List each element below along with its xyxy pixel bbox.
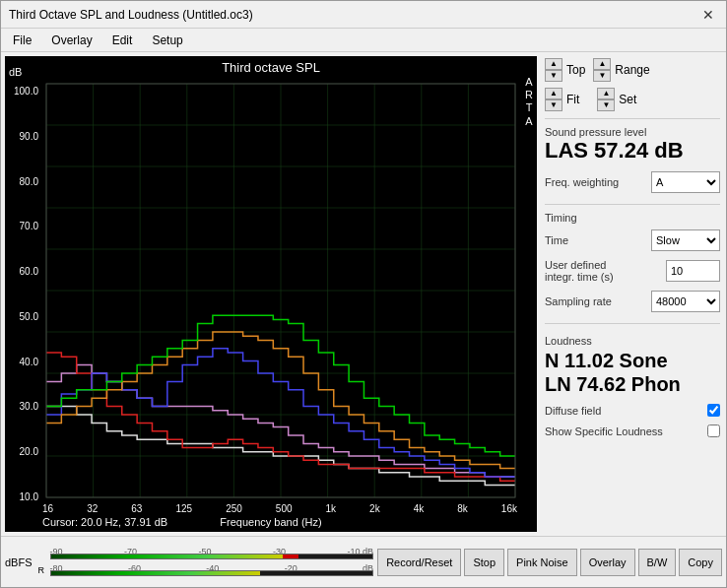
stop-button[interactable]: Stop — [464, 549, 504, 576]
range-spin-up[interactable]: ▲ — [593, 58, 611, 70]
record-reset-button[interactable]: Record/Reset — [377, 549, 461, 576]
range-spin-down[interactable]: ▼ — [593, 70, 611, 82]
timing-section-label: Timing — [545, 212, 720, 224]
bottom-bar: dBFS -90 -70 -50 -30 -10 dB — [1, 536, 726, 587]
freq-weighting-row: Freq. weighting A B C Z — [545, 171, 720, 193]
y-label-20: 20.0 — [9, 446, 38, 457]
x-axis: 16 32 63 125 250 500 1k 2k 4k 8k 16k — [42, 503, 517, 514]
window-title: Third Octave SPL and Loudness (Untitled.… — [9, 8, 253, 22]
x-label-500: 500 — [276, 503, 293, 514]
x-label-16: 16 — [42, 503, 53, 514]
y-axis: 100.0 90.0 80.0 70.0 60.0 50.0 40.0 30.0… — [9, 86, 38, 502]
top-spin-group: ▲ ▼ Top — [545, 58, 587, 82]
freq-weighting-label: Freq. weighting — [545, 176, 651, 188]
menu-bar: File Overlay Edit Setup — [1, 29, 726, 52]
x-label-8k: 8k — [457, 503, 468, 514]
divider-1 — [545, 118, 720, 119]
spl-value: LAS 57.24 dB — [545, 138, 720, 163]
sampling-rate-row: Sampling rate 48000 44100 96000 — [545, 291, 720, 312]
meter-bar-r — [50, 570, 374, 576]
fit-spin-up[interactable]: ▲ — [545, 88, 562, 99]
x-label-1k: 1k — [326, 503, 337, 514]
overlay-button[interactable]: Overlay — [580, 549, 635, 576]
time-row: Time Slow Fast Impulse — [545, 229, 720, 251]
y-label-60: 60.0 — [9, 266, 38, 277]
meter-r-row: R -80 -60 -40 -20 dB — [38, 563, 374, 577]
y-label-30: 30.0 — [9, 401, 38, 412]
menu-overlay[interactable]: Overlay — [47, 33, 96, 48]
top-spin-down[interactable]: ▼ — [545, 70, 562, 82]
dbfs-label: dBFS — [5, 556, 33, 568]
top-range-controls: ▲ ▼ Top ▲ ▼ Range — [545, 58, 720, 82]
x-label-4k: 4k — [414, 503, 425, 514]
x-label-16k: 16k — [501, 503, 517, 514]
diffuse-field-row: Diffuse field — [545, 404, 720, 417]
sampling-rate-select[interactable]: 48000 44100 96000 — [651, 291, 720, 312]
range-spin-arrows: ▲ ▼ — [593, 58, 611, 82]
main-window: Third Octave SPL and Loudness (Untitled.… — [0, 0, 727, 588]
menu-setup[interactable]: Setup — [148, 33, 186, 48]
close-button[interactable]: ✕ — [698, 5, 718, 25]
y-label-10: 10.0 — [9, 491, 38, 502]
freq-band-label: Frequency band (Hz) — [5, 516, 537, 528]
level-meter-container: -90 -70 -50 -30 -10 dB R — [38, 547, 374, 577]
loudness-ln-value: LN 74.62 Phon — [545, 372, 720, 396]
set-label: Set — [619, 93, 636, 106]
channel-r-label: R — [38, 565, 48, 575]
range-label: Range — [615, 63, 649, 77]
main-content: Third octave SPL dB ARTA 100.0 90.0 80.0… — [1, 52, 726, 536]
y-label-80: 80.0 — [9, 176, 38, 187]
top-spin-arrows: ▲ ▼ — [545, 58, 562, 82]
meter-fill-l — [51, 555, 283, 558]
menu-file[interactable]: File — [9, 33, 35, 48]
time-label: Time — [545, 234, 651, 246]
bw-button[interactable]: B/W — [638, 549, 677, 576]
menu-edit[interactable]: Edit — [108, 33, 137, 48]
show-specific-loudness-row: Show Specific Loudness — [545, 425, 720, 437]
x-label-125: 125 — [175, 503, 192, 514]
x-label-63: 63 — [131, 503, 142, 514]
y-label-90: 90.0 — [9, 131, 38, 142]
top-label: Top — [566, 63, 585, 77]
user-integr-input[interactable] — [666, 260, 720, 282]
db-label: dB — [9, 66, 22, 78]
loudness-section-label: Loudness — [545, 335, 720, 347]
right-panel: ▲ ▼ Top ▲ ▼ Range ▲ ▼ — [539, 52, 726, 536]
pink-noise-button[interactable]: Pink Noise — [507, 549, 577, 576]
bottom-buttons: Record/Reset Stop Pink Noise Overlay B/W… — [377, 549, 722, 576]
divider-3 — [545, 323, 720, 324]
spl-section: Sound pressure level LAS 57.24 dB — [545, 126, 720, 163]
top-spin-up[interactable]: ▲ — [545, 58, 562, 70]
set-spin-down[interactable]: ▼ — [597, 99, 615, 111]
y-label-70: 70.0 — [9, 221, 38, 231]
meter-r-container: -80 -60 -40 -20 dB — [50, 563, 374, 577]
fit-set-controls: ▲ ▼ Fit ▲ ▼ Set — [545, 88, 720, 111]
user-integr-row: User definedintegr. time (s) — [545, 259, 720, 283]
y-label-100: 100.0 — [9, 86, 38, 97]
x-label-250: 250 — [226, 503, 242, 514]
x-label-32: 32 — [87, 503, 98, 514]
copy-button[interactable]: Copy — [679, 549, 722, 576]
show-specific-loudness-checkbox[interactable] — [707, 425, 720, 437]
meter-fill-r — [51, 571, 260, 575]
x-label-2k: 2k — [369, 503, 380, 514]
fit-spin-down[interactable]: ▼ — [545, 99, 562, 111]
y-label-40: 40.0 — [9, 357, 38, 367]
diffuse-field-checkbox[interactable] — [707, 404, 720, 417]
diffuse-field-label: Diffuse field — [545, 405, 703, 417]
set-spin-group: ▲ ▼ Set — [597, 88, 638, 111]
time-select[interactable]: Slow Fast Impulse — [651, 229, 720, 251]
set-spin-arrows: ▲ ▼ — [597, 88, 615, 111]
meter-l-container: -90 -70 -50 -30 -10 dB — [50, 547, 374, 560]
set-spin-up[interactable]: ▲ — [597, 88, 615, 99]
fit-label: Fit — [566, 93, 579, 106]
freq-weighting-select[interactable]: A B C Z — [651, 171, 720, 193]
divider-2 — [545, 204, 720, 205]
title-bar: Third Octave SPL and Loudness (Untitled.… — [1, 1, 726, 29]
loudness-section: Loudness N 11.02 Sone LN 74.62 Phon — [545, 335, 720, 396]
chart-title: Third octave SPL — [5, 60, 537, 75]
fit-spin-group: ▲ ▼ Fit — [545, 88, 581, 111]
meter-bar-l — [50, 554, 374, 559]
arta-label: ARTA — [525, 76, 533, 128]
meter-red-l — [283, 555, 298, 558]
